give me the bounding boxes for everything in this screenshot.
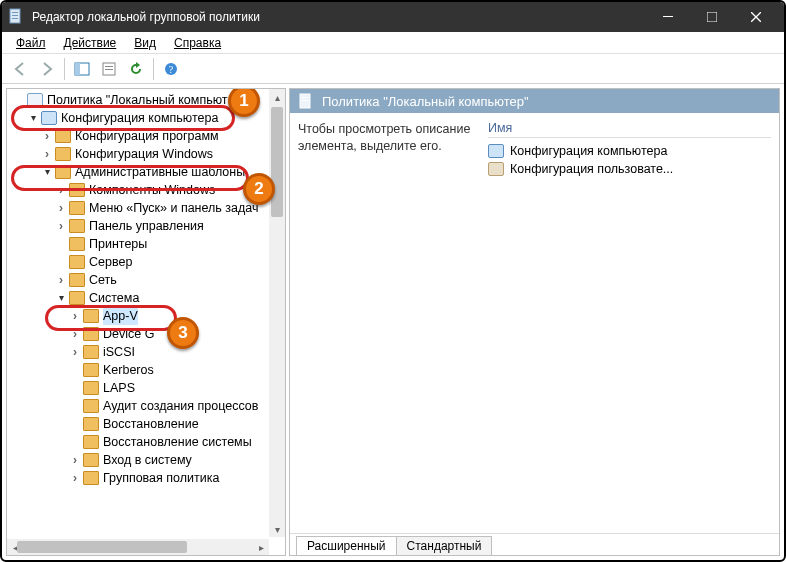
tree-process-audit[interactable]: Аудит создания процессов xyxy=(13,397,285,415)
chevron-right-icon[interactable] xyxy=(55,217,67,235)
folder-icon xyxy=(55,147,71,161)
chevron-right-icon[interactable] xyxy=(69,469,81,487)
computer-icon xyxy=(41,111,57,125)
chevron-right-icon[interactable] xyxy=(55,199,67,217)
list-item-label: Конфигурация компьютера xyxy=(510,144,667,158)
hscroll-thumb[interactable] xyxy=(17,541,187,553)
window-title: Редактор локальной групповой политики xyxy=(32,10,646,24)
svg-rect-12 xyxy=(105,69,113,70)
menu-view[interactable]: Вид xyxy=(126,34,164,52)
folder-icon xyxy=(55,129,71,143)
chevron-right-icon[interactable] xyxy=(41,145,53,163)
tree-printers[interactable]: Принтеры xyxy=(13,235,285,253)
folder-icon xyxy=(69,183,85,197)
tree-start-menu[interactable]: Меню «Пуск» и панель задач xyxy=(13,199,285,217)
folder-icon xyxy=(83,399,99,413)
scroll-right-icon[interactable]: ▸ xyxy=(253,539,269,555)
details-header: Политика "Локальный компьютер" xyxy=(290,89,779,113)
help-button[interactable]: ? xyxy=(159,57,183,81)
folder-icon xyxy=(83,453,99,467)
tree-logon[interactable]: Вход в систему xyxy=(13,451,285,469)
svg-rect-16 xyxy=(302,97,308,98)
policy-icon xyxy=(298,93,314,109)
svg-rect-2 xyxy=(12,15,18,16)
column-header-name[interactable]: Имя xyxy=(488,121,771,138)
computer-icon xyxy=(488,144,504,158)
horizontal-scrollbar[interactable]: ◂ ▸ xyxy=(7,539,269,555)
chevron-right-icon[interactable] xyxy=(55,181,67,199)
svg-rect-3 xyxy=(12,18,18,19)
folder-icon xyxy=(83,309,99,323)
svg-text:?: ? xyxy=(169,64,174,75)
tree-software-settings[interactable]: Конфигурация программ xyxy=(13,127,285,145)
scroll-down-icon[interactable]: ▾ xyxy=(269,521,285,537)
chevron-down-icon[interactable] xyxy=(41,163,53,181)
tree-app-v[interactable]: App-V xyxy=(13,307,285,325)
folder-icon xyxy=(69,255,85,269)
list-item[interactable]: Конфигурация компьютера xyxy=(488,142,771,160)
tree-system[interactable]: Система xyxy=(13,289,285,307)
tree[interactable]: Политика "Локальный компьют Конфигурация… xyxy=(13,91,285,487)
details-pane: Политика "Локальный компьютер" Чтобы про… xyxy=(289,88,780,556)
policy-icon xyxy=(27,93,43,107)
tree-group-policy[interactable]: Групповая политика xyxy=(13,469,285,487)
details-title: Политика "Локальный компьютер" xyxy=(322,94,529,109)
tree-iscsi[interactable]: iSCSI xyxy=(13,343,285,361)
folder-icon xyxy=(83,435,99,449)
folder-icon xyxy=(83,417,99,431)
description-text: Чтобы просмотреть описание элемента, выд… xyxy=(298,121,478,525)
titlebar: Редактор локальной групповой политики xyxy=(2,2,784,32)
vertical-scrollbar[interactable]: ▴ ▾ xyxy=(269,89,285,537)
chevron-down-icon[interactable] xyxy=(27,109,39,127)
toolbar-separator xyxy=(64,58,65,80)
tree-windows-config[interactable]: Конфигурация Windows xyxy=(13,145,285,163)
tree-system-recovery[interactable]: Восстановление системы xyxy=(13,433,285,451)
menu-file[interactable]: Файл xyxy=(8,34,54,52)
maximize-button[interactable] xyxy=(690,2,734,32)
svg-rect-5 xyxy=(707,12,717,22)
nav-forward-button[interactable] xyxy=(35,57,59,81)
chevron-right-icon[interactable] xyxy=(55,271,67,289)
menu-help[interactable]: Справка xyxy=(166,34,229,52)
properties-button[interactable] xyxy=(97,57,121,81)
policy-icon xyxy=(8,8,24,27)
show-hide-tree-button[interactable] xyxy=(70,57,94,81)
tree-admin-templates[interactable]: Административные шаблоны xyxy=(13,163,285,181)
chevron-down-icon[interactable] xyxy=(55,289,67,307)
minimize-button[interactable] xyxy=(646,2,690,32)
tree-kerberos[interactable]: Kerberos xyxy=(13,361,285,379)
tab-extended[interactable]: Расширенный xyxy=(296,536,397,555)
close-button[interactable] xyxy=(734,2,778,32)
folder-icon xyxy=(83,471,99,485)
list-item[interactable]: Конфигурация пользовате... xyxy=(488,160,771,178)
nav-back-button[interactable] xyxy=(8,57,32,81)
tree-device-c[interactable]: Device G xyxy=(13,325,285,343)
callout-3: 3 xyxy=(167,317,199,349)
chevron-right-icon[interactable] xyxy=(69,325,81,343)
tree-recovery[interactable]: Восстановление xyxy=(13,415,285,433)
chevron-right-icon[interactable] xyxy=(69,343,81,361)
tree-laps[interactable]: LAPS xyxy=(13,379,285,397)
folder-icon xyxy=(69,201,85,215)
svg-rect-4 xyxy=(663,16,673,17)
tab-standard[interactable]: Стандартный xyxy=(396,536,493,555)
chevron-right-icon[interactable] xyxy=(69,307,81,325)
chevron-right-icon[interactable] xyxy=(41,127,53,145)
scroll-up-icon[interactable]: ▴ xyxy=(269,89,285,105)
tree-pane: Политика "Локальный компьют Конфигурация… xyxy=(6,88,286,556)
tree-control-panel[interactable]: Панель управления xyxy=(13,217,285,235)
folder-icon xyxy=(69,291,85,305)
chevron-right-icon[interactable] xyxy=(69,451,81,469)
user-icon xyxy=(488,162,504,176)
list-item-label: Конфигурация пользовате... xyxy=(510,162,673,176)
scroll-thumb[interactable] xyxy=(271,107,283,217)
folder-icon xyxy=(83,381,99,395)
toolbar: ? xyxy=(2,54,784,84)
menu-action[interactable]: Действие xyxy=(56,34,125,52)
tree-network[interactable]: Сеть xyxy=(13,271,285,289)
refresh-button[interactable] xyxy=(124,57,148,81)
folder-icon xyxy=(69,273,85,287)
tree-server[interactable]: Сервер xyxy=(13,253,285,271)
details-tabs: Расширенный Стандартный xyxy=(290,533,779,555)
svg-rect-17 xyxy=(302,100,308,101)
